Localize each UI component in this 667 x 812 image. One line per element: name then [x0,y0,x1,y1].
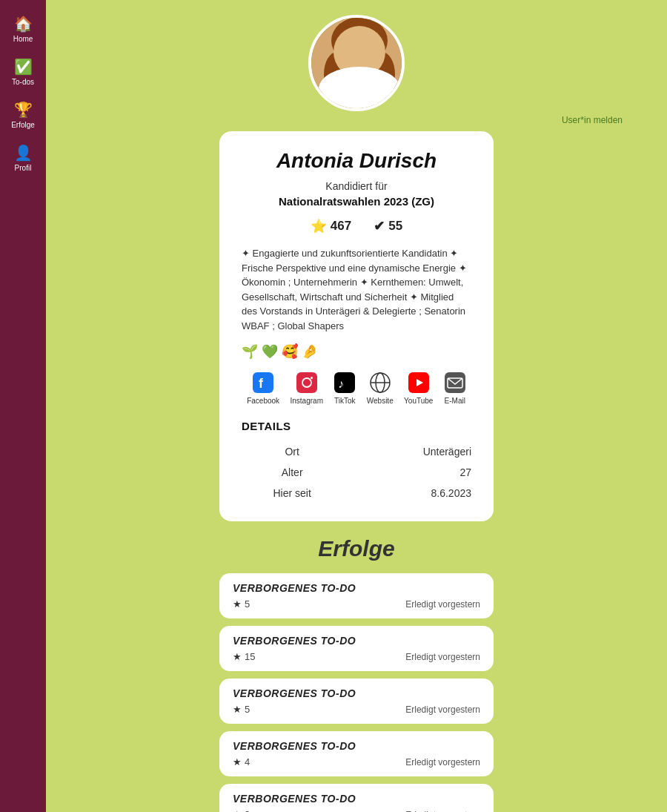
report-user-link[interactable]: User*in melden [562,115,623,125]
achievement-stars-4: ★ 3 [233,809,250,812]
kandidiert-prefix: Kandidiert für [242,180,471,192]
profile-card: Antonia Durisch Kandidiert für Nationalr… [219,131,494,521]
achievement-item-4[interactable]: VERBORGENES TO-DO ★ 3 Erledigt vorgester… [219,784,494,812]
detail-row-hier-seit: Hier seit 8.6.2023 [242,483,471,504]
details-table: Ort Unterägeri Alter 27 Hier seit 8.6.20… [242,441,471,504]
svg-rect-5 [353,73,366,84]
achievement-label-3: VERBORGENES TO-DO [233,740,480,752]
achievement-star-count-3: 4 [245,756,250,768]
star-icon-1: ★ [233,651,242,662]
stars-stat: ⭐ 467 [311,218,351,234]
todos-icon: ✅ [14,58,33,76]
youtube-icon [408,372,430,394]
star-icon-0: ★ [233,598,242,610]
star-icon-4: ★ [233,809,242,812]
stars-count: 467 [331,219,351,234]
social-email[interactable]: E-Mail [444,372,466,405]
achievement-star-count-1: 15 [245,651,255,662]
achievement-item-1[interactable]: VERBORGENES TO-DO ★ 15 Erledigt vorgeste… [219,626,494,671]
achievement-bottom-4: ★ 3 Erledigt vorgestern [233,809,480,812]
achievement-bottom-0: ★ 5 Erledigt vorgestern [233,598,480,610]
svg-text:♪: ♪ [338,377,344,390]
email-label: E-Mail [445,397,465,405]
svg-point-10 [367,50,368,52]
svg-point-9 [352,50,354,52]
trophy-icon: 🏆 [14,101,33,119]
home-icon: 🏠 [14,15,33,33]
achievement-status-1: Erledigt vorgestern [405,652,480,662]
achievement-label-1: VERBORGENES TO-DO [233,635,480,647]
achievement-status-3: Erledigt vorgestern [405,757,480,768]
star-icon: ⭐ [311,218,327,234]
achievement-item-2[interactable]: VERBORGENES TO-DO ★ 5 Erledigt vorgester… [219,679,494,724]
svg-point-4 [339,30,380,77]
details-title: DETAILS [242,420,471,432]
achievement-bottom-3: ★ 4 Erledigt vorgestern [233,756,480,768]
achievement-star-count-0: 5 [245,598,250,610]
sidebar-label-profil: Profil [15,164,32,172]
social-website[interactable]: Website [367,372,394,405]
checks-count: 55 [388,219,402,234]
sidebar-label-todos: To-dos [12,78,34,86]
detail-row-alter: Alter 27 [242,462,471,483]
svg-point-15 [311,377,313,379]
youtube-label: YouTube [404,397,433,405]
svg-rect-13 [296,372,317,393]
svg-point-6 [322,76,396,111]
tiktok-label: TikTok [334,397,356,405]
achievement-stars-0: ★ 5 [233,598,250,610]
sidebar-item-todos[interactable]: ✅ To-dos [0,50,46,93]
erfolge-heading: Erfolge [318,536,394,561]
achievement-star-count-2: 5 [245,704,250,715]
svg-point-2 [324,52,351,96]
emojis: 🌱 💚 🥰 🤌 [242,343,471,360]
detail-value-ort: Unterägeri [342,441,471,462]
svg-point-8 [364,50,370,54]
bio-text: ✦ Engagierte und zukunftsorientierte Kan… [242,246,471,333]
website-icon [369,372,391,394]
social-tiktok[interactable]: ♪ TikTok [334,372,356,405]
achievement-bottom-1: ★ 15 Erledigt vorgestern [233,651,480,662]
check-icon: ✔ [374,218,385,234]
star-icon-2: ★ [233,704,242,715]
election-label: Nationalratswahlen 2023 (ZG) [242,195,471,208]
facebook-icon: f [252,372,274,394]
achievement-item-0[interactable]: VERBORGENES TO-DO ★ 5 Erledigt vorgester… [219,573,494,618]
achievement-status-4: Erledigt vorgestern [405,810,480,813]
profile-name: Antonia Durisch [242,149,471,173]
sidebar-item-home[interactable]: 🏠 Home [0,7,46,50]
instagram-label: Instagram [291,397,323,405]
sidebar-item-erfolge[interactable]: 🏆 Erfolge [0,93,46,136]
checks-stat: ✔ 55 [374,218,402,234]
achievement-status-2: Erledigt vorgestern [405,704,480,715]
social-instagram[interactable]: Instagram [291,372,323,405]
sidebar-label-erfolge: Erfolge [11,121,35,129]
avatar-image [311,15,402,111]
achievement-label-4: VERBORGENES TO-DO [233,793,480,805]
svg-rect-11 [253,372,273,393]
sidebar-item-profil[interactable]: 👤 Profil [0,136,46,179]
person-icon: 👤 [14,144,33,162]
detail-value-hier-seit: 8.6.2023 [342,483,471,504]
avatar [308,15,405,111]
svg-point-7 [349,50,355,54]
social-facebook[interactable]: f Facebook [247,372,279,405]
star-icon-3: ★ [233,756,242,768]
achievement-stars-2: ★ 5 [233,704,250,715]
sidebar-label-home: Home [13,35,33,43]
achievement-stars-1: ★ 15 [233,651,255,662]
achievement-label-2: VERBORGENES TO-DO [233,687,480,699]
social-row: f Facebook Instagram ♪ TikTok W [242,372,471,405]
detail-key-alter: Alter [242,462,342,483]
social-youtube[interactable]: YouTube [404,372,433,405]
detail-row-ort: Ort Unterägeri [242,441,471,462]
achievement-label-0: VERBORGENES TO-DO [233,582,480,594]
tiktok-icon: ♪ [334,372,356,394]
achievement-stars-3: ★ 4 [233,756,250,768]
main-content: User*in melden Antonia Durisch Kandidier… [46,0,667,812]
instagram-icon [296,372,318,394]
achievement-item-3[interactable]: VERBORGENES TO-DO ★ 4 Erledigt vorgester… [219,731,494,776]
email-icon [444,372,466,394]
svg-text:f: f [259,376,264,391]
stats-row: ⭐ 467 ✔ 55 [242,218,471,234]
